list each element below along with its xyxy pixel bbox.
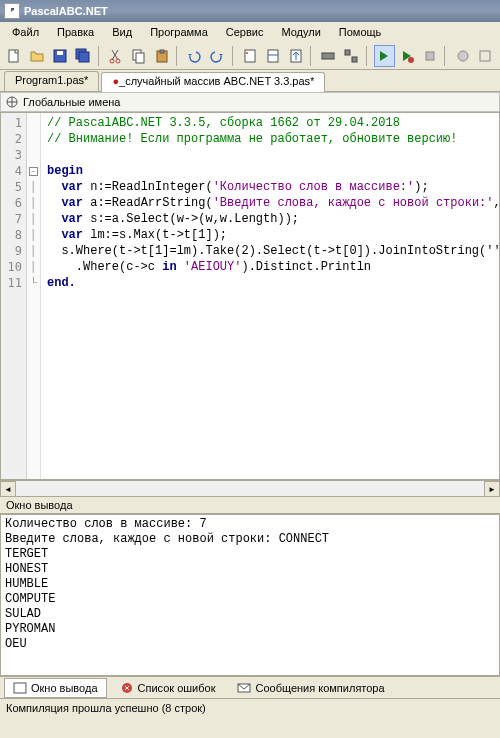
tab-errors[interactable]: Список ошибок — [111, 678, 225, 698]
separator — [366, 46, 370, 66]
undo-button[interactable] — [184, 45, 205, 67]
fold-column: − ││││││└ — [27, 113, 41, 479]
tab-label: Окно вывода — [31, 682, 98, 694]
open-file-button[interactable] — [27, 45, 48, 67]
tab-label: Сообщения компилятора — [255, 682, 384, 694]
svg-rect-8 — [136, 53, 144, 63]
tab-random-array[interactable]: ●_случайный массив ABC.NET 3.3.pas* — [101, 72, 325, 92]
redo-button[interactable] — [207, 45, 228, 67]
compile-button[interactable] — [318, 45, 339, 67]
scroll-left-button[interactable]: ◄ — [0, 481, 16, 497]
watch-button[interactable] — [475, 45, 496, 67]
status-bar: Компиляция прошла успешно (8 строк) — [0, 698, 500, 716]
breadcrumb-text: Глобальные имена — [23, 96, 121, 108]
tab-label: Список ошибок — [138, 682, 216, 694]
step-over-button[interactable] — [262, 45, 283, 67]
separator — [176, 46, 180, 66]
menu-bar: Файл Правка Вид Программа Сервис Модули … — [0, 22, 500, 42]
svg-rect-13 — [268, 50, 278, 62]
output-panel-title: Окно вывода — [0, 496, 500, 514]
bottom-tab-bar: Окно вывода Список ошибок Сообщения комп… — [0, 676, 500, 698]
globe-icon — [5, 95, 19, 109]
run-button[interactable] — [374, 45, 395, 67]
separator — [98, 46, 102, 66]
step-in-button[interactable] — [240, 45, 261, 67]
window-title: PascalABC.NET — [24, 5, 108, 17]
paste-button[interactable] — [151, 45, 172, 67]
separator — [444, 46, 448, 66]
svg-rect-2 — [57, 51, 63, 55]
svg-rect-17 — [352, 57, 357, 62]
error-icon — [120, 681, 134, 695]
fold-collapse-icon[interactable]: − — [29, 167, 38, 176]
menu-program[interactable]: Программа — [142, 24, 216, 40]
build-button[interactable] — [341, 45, 362, 67]
separator — [310, 46, 314, 66]
horizontal-scrollbar[interactable]: ◄ ► — [0, 480, 500, 496]
tab-compiler-messages[interactable]: Сообщения компилятора — [228, 678, 393, 698]
menu-service[interactable]: Сервис — [218, 24, 272, 40]
menu-view[interactable]: Вид — [104, 24, 140, 40]
svg-rect-4 — [79, 52, 89, 62]
new-file-button[interactable] — [4, 45, 25, 67]
svg-rect-15 — [322, 53, 334, 59]
status-text: Компиляция прошла успешно (8 строк) — [6, 702, 206, 714]
tab-label: _случайный массив ABC.NET 3.3.pas* — [119, 75, 314, 87]
breadcrumb-bar[interactable]: Глобальные имена — [0, 92, 500, 112]
messages-icon — [237, 681, 251, 695]
output-panel[interactable]: Количество слов в массиве: 7Введите слов… — [0, 514, 500, 676]
app-icon: ᴾ — [4, 3, 20, 19]
separator — [232, 46, 236, 66]
title-bar: ᴾ PascalABC.NET — [0, 0, 500, 22]
toolbar — [0, 42, 500, 70]
cut-button[interactable] — [105, 45, 126, 67]
stop-button[interactable] — [419, 45, 440, 67]
tab-program1[interactable]: Program1.pas* — [4, 71, 99, 91]
svg-point-18 — [408, 57, 414, 63]
svg-rect-16 — [345, 50, 350, 55]
svg-rect-11 — [245, 50, 255, 62]
tab-output[interactable]: Окно вывода — [4, 678, 107, 698]
save-button[interactable] — [50, 45, 71, 67]
svg-rect-0 — [9, 50, 18, 62]
breakpoint-button[interactable] — [452, 45, 473, 67]
menu-file[interactable]: Файл — [4, 24, 47, 40]
menu-edit[interactable]: Правка — [49, 24, 102, 40]
code-content[interactable]: // PascalABC.NET 3.3.5, сборка 1662 от 2… — [41, 113, 499, 479]
copy-button[interactable] — [128, 45, 149, 67]
svg-rect-19 — [426, 52, 434, 60]
tab-bar: Program1.pas* ●_случайный массив ABC.NET… — [0, 70, 500, 92]
save-all-button[interactable] — [73, 45, 94, 67]
svg-point-12 — [246, 52, 248, 54]
code-editor[interactable]: 1234567891011 − ││││││└ // PascalABC.NET… — [0, 112, 500, 480]
menu-help[interactable]: Помощь — [331, 24, 390, 40]
output-icon — [13, 681, 27, 695]
step-out-button[interactable] — [285, 45, 306, 67]
svg-rect-23 — [14, 683, 26, 693]
scroll-track[interactable] — [16, 481, 484, 496]
scroll-right-button[interactable]: ► — [484, 481, 500, 497]
line-gutter: 1234567891011 — [1, 113, 27, 479]
svg-rect-10 — [160, 50, 164, 53]
svg-point-20 — [458, 51, 468, 61]
debug-button[interactable] — [397, 45, 418, 67]
svg-rect-21 — [480, 51, 490, 61]
menu-modules[interactable]: Модули — [273, 24, 328, 40]
